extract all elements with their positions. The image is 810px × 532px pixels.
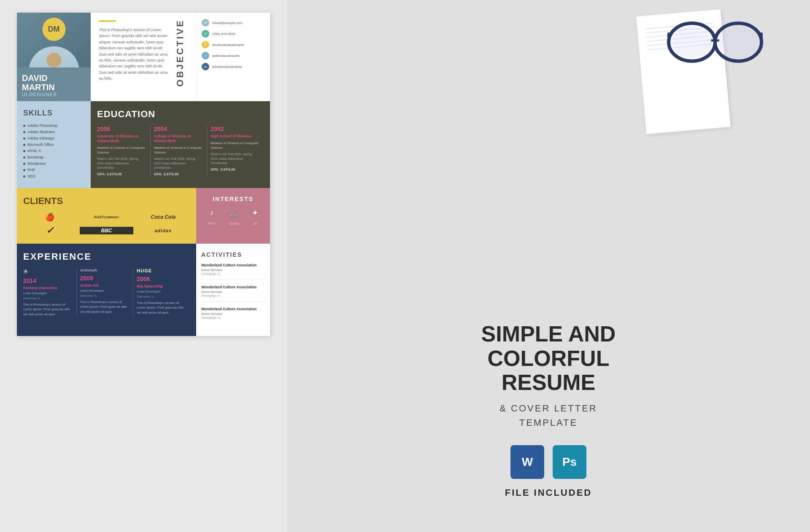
bullet: [23, 125, 25, 127]
clients-block: CLIENTS 🍎 FASTCOMPANY Coca Cola ✓ BBC ad…: [17, 188, 196, 244]
contact-phone: ✆ (785) 979-5555: [202, 30, 265, 38]
skill-7: Wordpress: [23, 161, 84, 166]
exp-desc-1: This is Photoshop's version of Lorem Ips…: [23, 302, 72, 317]
activity-3: Wonderland Culture Association Active Me…: [201, 307, 265, 323]
exp-role-3: Lead Developer: [137, 290, 186, 293]
twitter-text: twitter/davidmartin: [212, 54, 240, 58]
phone-text: (785) 979-5555: [212, 32, 235, 36]
phone-icon: ✆: [202, 30, 209, 38]
exp-location-1: Glenview, IL: [23, 296, 72, 300]
activity-loc-3: Champaign, IL: [201, 316, 265, 319]
bullet: [23, 156, 25, 159]
svg-point-6: [718, 27, 758, 58]
edu-deans-1: Dean's List: Fall 2009, Spring 2010 Gate…: [97, 157, 146, 170]
facebook-icon: f: [202, 41, 209, 48]
person-head: [46, 53, 61, 67]
edu-degree-3: Masters of Science in Computer Science: [211, 141, 259, 150]
word-icon: W: [510, 445, 544, 479]
edu-year-2: 2004: [154, 126, 203, 132]
glasses-decoration: [662, 17, 768, 67]
exp-company-1: Fantasy Interactive: [23, 286, 72, 290]
file-icons: W Ps: [481, 445, 616, 479]
contact-block: ✉ David@sample.com ✆ (785) 979-5555 f fa…: [196, 13, 270, 101]
contact-twitter: t twitter/davidmartin: [202, 52, 265, 59]
linkedin-icon: in: [202, 63, 209, 70]
promo-content: SIMPLE AND COLORFUL RESUME & COVER LETTE…: [481, 322, 616, 498]
photo-bg: DM DAVID MARTIN UI-DE: [17, 13, 91, 101]
edu-degree-2: Masters of Science in Computer Science: [154, 145, 203, 155]
edu-col-1: 2006 University of Illinoisia at Urbana-…: [97, 126, 151, 176]
edu-year-1: 2006: [97, 126, 146, 132]
activity-org-1: Wonderland Culture Association: [201, 263, 265, 267]
edu-school-2: College of Illinoisia at Urbana-Myth: [154, 134, 203, 143]
fastcompany-logo: FASTCOMPANY: [80, 215, 133, 219]
edu-degree-1: Masters of Science in Computer Science: [97, 145, 146, 155]
email-text: David@sample.com: [212, 21, 243, 25]
activity-loc-2: Champaign, IL: [201, 294, 265, 297]
exp-logo-1: ✳: [23, 268, 72, 275]
svg-point-5: [672, 27, 712, 58]
contact-email: ✉ David@sample.com: [202, 19, 265, 27]
person-name: DAVID MARTIN: [22, 73, 86, 92]
edu-col-2: 2004 College of Illinoisia at Urbana-Myt…: [151, 126, 208, 176]
art-label: Art: [253, 222, 257, 225]
bbc-logo: BBC: [80, 227, 133, 234]
promo-area: SIMPLE AND COLORFUL RESUME & COVER LETTE…: [287, 0, 810, 532]
experience-activities-row: EXPERIENCE ✳ 2014 Fantasy Interactive Le…: [17, 244, 270, 336]
edu-deans-3: Dean's List: Fall 2009, Spring 2010 Gate…: [211, 152, 259, 166]
exp-col-1: ✳ 2014 Fantasy Interactive Lead Develope…: [23, 268, 77, 317]
skill-1: Adobe Photoshop: [23, 124, 84, 128]
resume-area: DM DAVID MARTIN UI-DE: [0, 0, 287, 532]
skills-block: SKILLS Adobe Photoshop Adobe Illustrator…: [17, 101, 91, 188]
exp-col-3: HUGE 2006 Big Spaceship Lead Developer G…: [133, 268, 190, 317]
activity-loc-1: Champaign, IL: [201, 272, 265, 275]
skill-6: Bootstrap: [23, 155, 84, 159]
interests-block: INTERESTS ♪ Music 🚲 Cycling ✦ Art: [196, 188, 270, 244]
objective-label: OBJECTIVE: [175, 19, 186, 87]
clients-logos: 🍎 FASTCOMPANY Coca Cola ✓ BBC adidas: [23, 212, 190, 236]
contact-linkedin: in linkedin/davidmartin: [202, 63, 265, 70]
clients-title: CLIENTS: [23, 196, 190, 207]
promo-subtitle2: TEMPLATE: [481, 417, 616, 428]
interest-cycling: 🚲 Cycling: [229, 208, 239, 226]
exp-role-1: Lead Developer: [23, 291, 72, 295]
name-block: DAVID MARTIN UI-DESIGNER: [17, 67, 91, 101]
cycling-label: Cycling: [229, 222, 239, 225]
edu-school-3: High School of Illinoisia: [211, 134, 259, 139]
exp-col-2: Activeark 2009 Active Ark Lead Developer…: [77, 268, 134, 317]
skills-title: SKILLS: [23, 109, 84, 118]
bullet: [23, 169, 25, 171]
exp-year-1: 2014: [23, 277, 72, 284]
experience-title: EXPERIENCE: [23, 251, 190, 262]
art-icon: ✦: [252, 208, 258, 218]
music-label: Music: [208, 222, 216, 225]
education-block: EDUCATION 2006 University of Illinoisia …: [91, 101, 270, 188]
bullet: [23, 131, 25, 133]
bullet: [23, 163, 25, 165]
interests-title: INTERESTS: [201, 196, 265, 202]
edu-school-1: University of Illinoisia at Urbana-Myth: [97, 134, 146, 143]
contact-facebook: f facebook/davidmartin: [202, 41, 265, 48]
exp-desc-2: This is Photoshop's version of Lorem Ips…: [80, 300, 129, 314]
activity-org-2: Wonderland Culture Association: [201, 285, 265, 289]
edu-gpa-2: GPA: 3.67/4.00: [154, 172, 203, 176]
adidas-logo: adidas: [137, 228, 190, 233]
bullet: [23, 150, 25, 152]
promo-title: SIMPLE AND COLORFUL RESUME: [481, 322, 616, 395]
twitter-icon: t: [202, 52, 209, 59]
exp-company-3: Big Spaceship: [137, 284, 186, 288]
experience-columns: ✳ 2014 Fantasy Interactive Lead Develope…: [23, 268, 190, 317]
edu-year-3: 2002: [211, 126, 259, 132]
cycling-icon: 🚲: [229, 208, 239, 218]
exp-location-3: Glenview, IL: [137, 295, 186, 298]
page-wrapper: DM DAVID MARTIN UI-DE: [0, 0, 810, 532]
exp-company-2: Active Ark: [80, 283, 129, 287]
music-icon: ♪: [208, 208, 216, 217]
activities-block: ACTIVITIES Wonderland Culture Associatio…: [196, 244, 270, 336]
resume-document: DM DAVID MARTIN UI-DE: [17, 13, 270, 336]
activities-title: ACTIVITIES: [201, 251, 265, 258]
person-title: UI-DESIGNER: [22, 92, 86, 97]
resume-header: DM DAVID MARTIN UI-DE: [17, 13, 270, 101]
exp-role-2: Lead Developer: [80, 289, 129, 293]
bullet: [23, 144, 25, 146]
